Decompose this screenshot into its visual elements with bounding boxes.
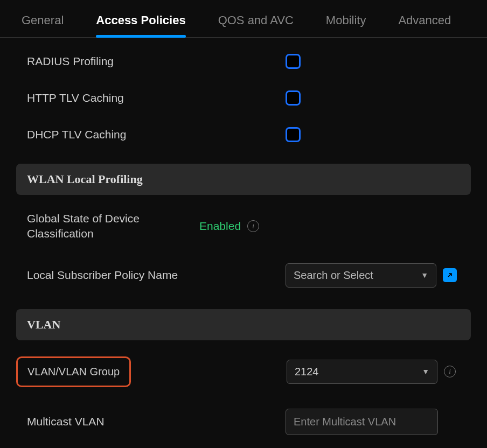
highlight-vlan-group: VLAN/VLAN Group [16, 356, 131, 387]
row-global-state: Global State of Device Classification En… [16, 211, 471, 242]
row-dhcp-tlv-caching: DHCP TLV Caching [16, 127, 471, 142]
chevron-down-icon: ▼ [421, 271, 428, 279]
tab-access-policies[interactable]: Access Policies [80, 0, 201, 37]
label-radius-profiling: RADIUS Profiling [27, 55, 286, 68]
label-http-tlv-caching: HTTP TLV Caching [27, 92, 286, 104]
select-local-subscriber[interactable]: Search or Select ▼ [286, 263, 436, 288]
select-vlan-group-value: 2124 [295, 366, 319, 378]
label-local-subscriber: Local Subscriber Policy Name [27, 269, 286, 282]
label-global-state: Global State of Device Classification [27, 211, 199, 242]
chevron-down-icon: ▼ [422, 367, 429, 376]
info-icon[interactable]: i [444, 366, 456, 377]
label-dhcp-tlv-caching: DHCP TLV Caching [27, 128, 286, 141]
row-local-subscriber: Local Subscriber Policy Name Search or S… [16, 263, 471, 288]
tab-qos-avc[interactable]: QOS and AVC [202, 0, 310, 37]
label-multicast-vlan: Multicast VLAN [27, 415, 286, 428]
section-wlan-local-profiling: WLAN Local Profiling [16, 164, 471, 195]
select-local-subscriber-value: Search or Select [294, 269, 373, 282]
section-vlan: VLAN [16, 309, 471, 340]
value-global-state: Enabled [199, 220, 241, 233]
checkbox-http-tlv-caching[interactable] [286, 90, 301, 106]
tab-advanced[interactable]: Advanced [382, 0, 467, 37]
input-multicast-vlan[interactable] [286, 409, 438, 435]
tab-content: RADIUS Profiling HTTP TLV Caching DHCP T… [0, 38, 487, 435]
tab-mobility[interactable]: Mobility [310, 0, 382, 37]
row-radius-profiling: RADIUS Profiling [16, 54, 471, 69]
tab-general[interactable]: General [5, 0, 80, 37]
info-icon[interactable]: i [247, 220, 259, 232]
row-vlan-group: VLAN/VLAN Group 2124 ▼ i [17, 356, 471, 387]
select-vlan-group[interactable]: 2124 ▼ [287, 360, 437, 384]
tab-bar: General Access Policies QOS and AVC Mobi… [0, 0, 487, 38]
checkbox-radius-profiling[interactable] [286, 54, 301, 69]
label-vlan-group: VLAN/VLAN Group [27, 366, 120, 377]
row-http-tlv-caching: HTTP TLV Caching [16, 90, 471, 106]
external-link-icon[interactable] [443, 268, 457, 282]
row-multicast-vlan: Multicast VLAN [16, 409, 471, 435]
checkbox-dhcp-tlv-caching[interactable] [286, 127, 301, 142]
